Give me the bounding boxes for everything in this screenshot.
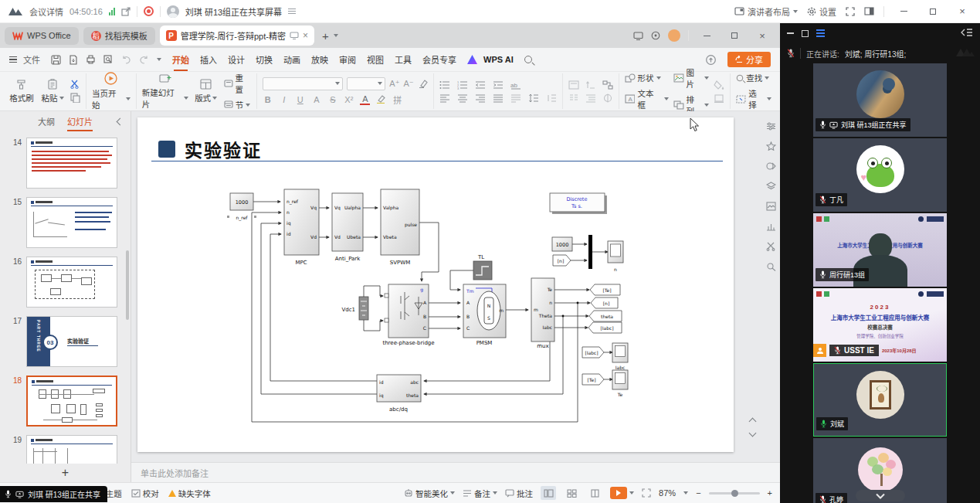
- tab-outline[interactable]: 大纲: [38, 115, 55, 127]
- tab-slides[interactable]: 幻灯片: [67, 115, 93, 127]
- format-painter-button[interactable]: 格式刷: [8, 79, 35, 104]
- align-left-icon[interactable]: [439, 93, 450, 103]
- slide-thumb-15[interactable]: 15: [0, 197, 131, 248]
- superscript-button[interactable]: X²: [344, 95, 354, 104]
- search-icon[interactable]: [524, 56, 532, 63]
- sorter-view-button[interactable]: [564, 486, 579, 500]
- bullet-list-icon[interactable]: [439, 80, 450, 90]
- close-tab-icon[interactable]: ×: [303, 31, 308, 40]
- panel-expand-icon[interactable]: [802, 30, 809, 37]
- panel-list-view-icon[interactable]: [816, 29, 825, 38]
- zoom-out-button[interactable]: −: [696, 488, 700, 498]
- comments-button[interactable]: 批注: [505, 488, 533, 499]
- shadow-button[interactable]: A: [311, 95, 321, 104]
- zoom-slider-thumb[interactable]: [731, 490, 738, 497]
- wps-restore-button[interactable]: [724, 28, 744, 43]
- slide-thumb-16[interactable]: 16: [0, 257, 131, 308]
- tab-review[interactable]: 审阅: [339, 53, 356, 66]
- reset-button[interactable]: 重置: [224, 72, 252, 95]
- shapes-button[interactable]: 形状: [625, 72, 669, 83]
- tab-transition[interactable]: 切换: [256, 53, 273, 66]
- side-panel-icon[interactable]: [864, 7, 874, 15]
- tab-animation[interactable]: 动画: [283, 53, 300, 66]
- properties-sliders-icon[interactable]: [766, 122, 776, 131]
- redo-icon[interactable]: [139, 56, 149, 64]
- slide-canvas[interactable]: 实验验证: [131, 111, 780, 462]
- meeting-details-button[interactable]: 会议详情: [29, 5, 63, 18]
- tab-design[interactable]: 设计: [228, 53, 245, 66]
- columns-icon[interactable]: [568, 93, 579, 103]
- tab-home[interactable]: 开始: [172, 53, 189, 66]
- account-avatar[interactable]: [668, 29, 680, 42]
- bold-button[interactable]: B: [263, 95, 273, 104]
- prev-slide-icon[interactable]: [749, 418, 757, 426]
- slide-18[interactable]: 实验验证: [137, 117, 734, 452]
- wps-home-tab[interactable]: WPS Office: [5, 27, 79, 45]
- font-color-button[interactable]: A: [360, 94, 370, 105]
- export-icon[interactable]: [69, 55, 78, 65]
- select-button[interactable]: 选择: [736, 87, 771, 110]
- text-rotate-icon[interactable]: [585, 80, 596, 90]
- font-family-select[interactable]: [263, 77, 343, 90]
- panel-minimize-icon[interactable]: [787, 32, 794, 34]
- align-center-icon[interactable]: [457, 93, 468, 103]
- animation-icon[interactable]: [766, 161, 776, 171]
- section-button[interactable]: 节: [224, 99, 252, 110]
- wps-minimize-button[interactable]: [697, 28, 717, 43]
- text-direction-icon[interactable]: ab: [510, 80, 523, 90]
- wps-ai-button[interactable]: WPS AI: [467, 55, 514, 64]
- align-right-icon[interactable]: [475, 93, 486, 103]
- font-size-select[interactable]: [347, 77, 385, 90]
- paste-button[interactable]: 粘贴: [39, 79, 66, 104]
- zoom-in-button[interactable]: +: [768, 488, 772, 498]
- play-from-current-button[interactable]: 当页开始: [92, 72, 131, 110]
- close-button[interactable]: ×: [952, 4, 972, 19]
- slide-thumb-18-selected[interactable]: 18: [0, 376, 131, 427]
- numbered-list-icon[interactable]: 123: [457, 80, 468, 90]
- chevron-down-icon[interactable]: [157, 58, 161, 61]
- clear-format-icon[interactable]: [418, 80, 428, 88]
- fullscreen-icon[interactable]: [846, 7, 855, 16]
- recording-indicator[interactable]: [144, 6, 154, 16]
- decrease-indent-icon[interactable]: [475, 80, 486, 90]
- clipart-icon[interactable]: [766, 202, 776, 211]
- settings-button[interactable]: 设置: [807, 5, 836, 18]
- tab-list-chevron-icon[interactable]: [334, 34, 338, 37]
- underline-button[interactable]: U: [295, 95, 305, 104]
- save-icon[interactable]: [51, 55, 61, 65]
- share-button[interactable]: 分享: [727, 52, 771, 67]
- print-preview-icon[interactable]: [103, 55, 114, 64]
- picture-button[interactable]: 图片: [673, 66, 710, 90]
- collapse-panel-icon[interactable]: [117, 117, 123, 126]
- popout-icon[interactable]: [121, 7, 131, 16]
- video-tile-liubin-speaking[interactable]: 刘斌: [813, 363, 947, 437]
- docer-tab[interactable]: 稻 找稻壳模板: [83, 27, 155, 45]
- tab-member[interactable]: 会员专享: [422, 53, 456, 66]
- layers-icon[interactable]: [766, 182, 776, 191]
- tab-slideshow[interactable]: 放映: [311, 53, 328, 66]
- app-center-icon[interactable]: [651, 31, 660, 40]
- help-search-icon[interactable]: [766, 262, 776, 271]
- proofread-button[interactable]: 校对: [131, 488, 159, 499]
- video-tile-dingfan[interactable]: ♥ 丁凡: [813, 138, 947, 212]
- italic-button[interactable]: I: [279, 95, 289, 104]
- new-tab-button[interactable]: +: [322, 29, 329, 42]
- next-slide-icon[interactable]: [749, 430, 757, 437]
- share-options-icon[interactable]: [288, 8, 296, 14]
- reading-view-button[interactable]: [587, 486, 602, 500]
- undo-icon[interactable]: [121, 56, 131, 64]
- slide-layout-button[interactable]: 版式: [193, 79, 219, 104]
- find-button[interactable]: 查找: [736, 72, 769, 83]
- minimize-button[interactable]: [894, 4, 914, 19]
- tab-insert[interactable]: 插入: [200, 53, 217, 66]
- document-tab[interactable]: P 管理学院-周行-答辩ppt-精密 ×: [160, 25, 314, 46]
- text-indent-icon[interactable]: [585, 93, 596, 103]
- line-spacing-icon[interactable]: [528, 93, 539, 103]
- outline-color-icon[interactable]: [714, 93, 724, 103]
- video-tile-usst[interactable]: 2023 上海市大学生工业工程应用与创新大赛 校赛总决赛 管理学院、创新创业学院…: [813, 288, 947, 362]
- add-slide-button[interactable]: +: [0, 464, 131, 482]
- paragraph-spacing-icon[interactable]: [546, 93, 557, 103]
- chevron-down-icon[interactable]: [683, 491, 688, 495]
- scroll-more-participants-button[interactable]: [856, 490, 905, 501]
- layout-switch-button[interactable]: 演讲者布局: [734, 5, 798, 18]
